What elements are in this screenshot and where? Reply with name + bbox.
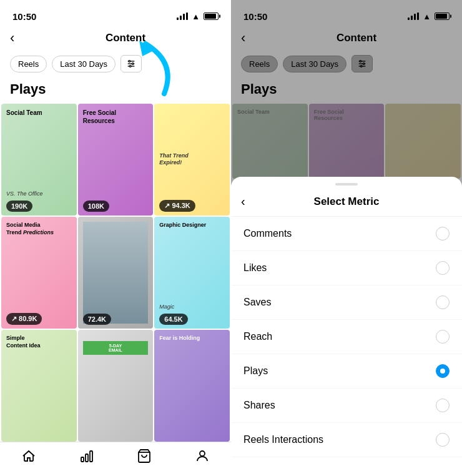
bottom-tab-bar: [0, 442, 231, 476]
select-metric-sheet: ‹ Select Metric Comments Likes Saves Rea…: [231, 177, 462, 476]
battery-icon: [204, 12, 219, 20]
grid-label-7: 5-DAYEMAIL: [86, 344, 146, 352]
filter-chip-reels[interactable]: Reels: [10, 56, 47, 72]
status-icons-left: ▲: [177, 12, 219, 21]
grid-stat-3: 80.9K: [6, 313, 42, 325]
filter-icon: [126, 59, 136, 69]
grid-item-5[interactable]: Graphic Designer Magic 64.5K: [154, 217, 230, 329]
metric-row-reels-interactions[interactable]: Reels Interactions: [231, 423, 462, 457]
modal-title: Select Metric: [258, 196, 435, 208]
svg-point-11: [200, 451, 205, 456]
filter-options-button[interactable]: [120, 55, 142, 72]
radio-comments[interactable]: [436, 227, 450, 240]
svg-rect-8: [86, 454, 88, 462]
grid-label-3: Social MediaTrend Predictions: [6, 222, 54, 236]
modal-back-button[interactable]: ‹: [241, 194, 258, 209]
metric-label-saves: Saves: [243, 297, 271, 308]
grid-item-7[interactable]: 5-DAYEMAIL: [78, 330, 154, 442]
modal-header: ‹ Select Metric: [231, 194, 462, 217]
tab-shop[interactable]: [137, 449, 152, 464]
grid-label-0: Social Team: [6, 109, 42, 117]
svg-point-5: [129, 66, 131, 67]
grid-item-4[interactable]: 72.4K: [78, 217, 154, 329]
grid-label-1: Free SocialResources: [83, 109, 116, 125]
metric-row-comments[interactable]: Comments: [231, 217, 462, 251]
svg-rect-9: [90, 451, 92, 462]
section-title-left: Plays: [0, 76, 231, 104]
grid-label-5: Graphic Designer: [159, 222, 206, 229]
metric-row-saves[interactable]: Saves: [231, 285, 462, 320]
radio-plays[interactable]: [436, 364, 450, 378]
grid-stat-2: 94.3K: [159, 200, 195, 212]
metric-row-shares[interactable]: Shares: [231, 389, 462, 423]
metric-row-plays[interactable]: Plays: [231, 354, 462, 389]
radio-shares[interactable]: [436, 399, 450, 412]
metric-row-reach[interactable]: Reach: [231, 320, 462, 354]
status-bar-left: 10:50 ▲: [0, 0, 231, 27]
grid-item-1[interactable]: Free SocialResources 108K: [78, 104, 154, 216]
grid-sublabel-0: VS. The Office: [6, 191, 43, 197]
grid-item-8[interactable]: Fear is Holding: [154, 330, 230, 442]
svg-rect-7: [81, 457, 84, 462]
tab-analytics[interactable]: [79, 449, 94, 464]
svg-point-3: [129, 61, 130, 62]
svg-point-4: [132, 63, 134, 65]
grid-label-8: Fear is Holding: [159, 335, 200, 342]
metric-label-likes: Likes: [243, 262, 267, 274]
filter-chip-days[interactable]: Last 30 Days: [52, 56, 115, 72]
back-button-left[interactable]: ‹: [10, 30, 30, 46]
radio-likes[interactable]: [436, 261, 450, 275]
modal-handle: [335, 183, 358, 186]
grid-item-2[interactable]: That TrendExpired! 94.3K: [154, 104, 230, 216]
metric-row-likes[interactable]: Likes: [231, 251, 462, 285]
metric-label-plays: Plays: [243, 365, 268, 377]
metric-label-reels-interactions: Reels Interactions: [243, 434, 323, 445]
content-grid: Social Team VS. The Office 190K Free Soc…: [0, 104, 231, 442]
grid-item-3[interactable]: Social MediaTrend Predictions 80.9K: [1, 217, 77, 329]
tab-home[interactable]: [21, 449, 36, 464]
metric-label-reach: Reach: [243, 331, 272, 342]
grid-label-6: SimpleContent Idea: [6, 335, 41, 349]
status-time-left: 10:50: [12, 11, 36, 22]
radio-saves[interactable]: [436, 295, 450, 309]
radio-reach[interactable]: [436, 330, 450, 344]
metric-label-comments: Comments: [243, 228, 292, 239]
grid-stat-4: 72.4K: [83, 314, 111, 325]
grid-item-0[interactable]: Social Team VS. The Office 190K: [1, 104, 77, 216]
grid-item-6[interactable]: SimpleContent Idea: [1, 330, 77, 442]
signal-icon: [177, 12, 188, 20]
wifi-icon: ▲: [192, 12, 200, 21]
filter-bar-left: Reels Last 30 Days: [0, 51, 231, 76]
grid-stat-1: 108K: [83, 201, 109, 212]
grid-sublabel-2: That TrendExpired!: [159, 152, 188, 167]
tab-profile[interactable]: [195, 449, 210, 464]
grid-sublabel-5: Magic: [159, 304, 174, 310]
right-panel: 10:50 ▲ ‹ Content Reels Last 30 Days: [231, 0, 462, 476]
grid-stat-0: 190K: [6, 201, 32, 212]
metric-label-shares: Shares: [243, 400, 275, 411]
grid-stat-5: 64.5K: [159, 314, 187, 325]
page-title-left: Content: [30, 32, 221, 44]
radio-reels-interactions[interactable]: [436, 433, 450, 447]
nav-bar-left: ‹ Content: [0, 27, 231, 51]
left-panel: 10:50 ▲ ‹ Content Reels Last 30 Days: [0, 0, 231, 476]
